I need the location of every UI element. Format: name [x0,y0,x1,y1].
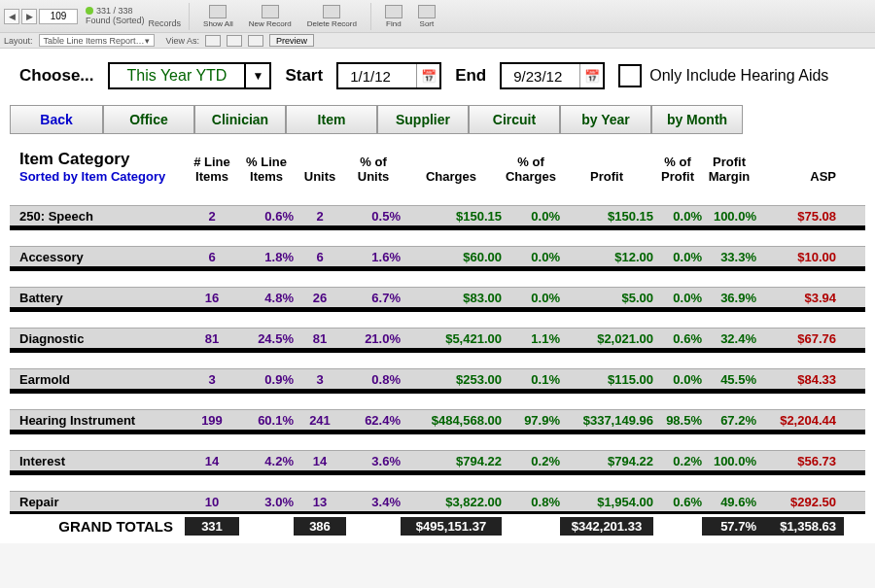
only-hearing-aids-checkbox[interactable]: Only Include Hearing Aids [618,64,828,87]
view-list-button[interactable] [227,35,242,47]
checkbox-icon[interactable] [618,64,642,87]
cell-category: Diagnostic [14,331,185,346]
tab-supplier[interactable]: Supplier [377,105,469,134]
cell-line-items: 81 [185,331,239,346]
cell-charges: $5,421.00 [401,331,502,346]
cell-category: Interest [14,454,185,468]
new-record-label: New Record [249,19,292,28]
cell-pct-charges: 1.1% [502,331,560,346]
table-row: Interest144.2%143.6%$794.220.2%$794.220.… [10,450,865,473]
cell-units: 3 [294,372,346,387]
hdr-title: Item Category [19,150,185,169]
tab-circuit[interactable]: Circuit [469,105,560,134]
end-date-input[interactable]: 9/23/12 📅 [500,62,605,89]
layout-value: Table Line Items Report… [44,36,145,46]
layout-dropdown[interactable]: Table Line Items Report… ▾ [39,34,155,47]
record-number-input[interactable] [39,9,78,24]
prev-record-button[interactable]: ◀ [4,9,19,24]
grand-charges: $495,151.37 [401,517,502,536]
table-row: Repair103.0%133.4%$3,822.000.8%$1,954.00… [10,491,865,514]
cell-profit: $1,954.00 [560,495,653,509]
filter-row: Choose... This Year YTD ▼ Start 1/1/12 📅… [10,56,865,101]
cell-profit: $12.00 [560,250,653,264]
cell-line-items: 16 [185,291,239,305]
tab-office[interactable]: Office [103,105,194,134]
toolbar-separator [189,3,190,30]
hdr-profit: Profit [560,169,653,184]
calendar-icon[interactable]: 📅 [416,64,439,87]
cell-pct-profit: 0.0% [653,291,702,305]
cell-pct-profit: 0.0% [653,250,702,264]
cell-category: Repair [14,495,185,509]
cell-pct-units: 6.7% [346,291,401,305]
cell-profit: $150.15 [560,209,653,224]
layout-bar: Layout: Table Line Items Report… ▾ View … [0,33,875,49]
sort-icon [418,5,436,18]
cell-profit: $337,149.96 [560,413,653,428]
cell-category: Hearing Instrument [14,413,185,428]
show-all-button[interactable]: Show All [197,3,239,30]
cell-units: 6 [294,250,346,264]
cell-line-items: 2 [185,209,239,224]
cell-asp: $56.73 [756,454,844,468]
calendar-icon[interactable]: 📅 [579,64,603,87]
cell-profit: $2,021.00 [560,331,653,346]
view-form-button[interactable] [205,35,221,47]
cell-profit-margin: 100.0% [702,454,756,468]
preview-button[interactable]: Preview [269,34,314,47]
next-record-button[interactable]: ▶ [21,9,37,24]
delete-record-icon [323,5,340,18]
table-row: Diagnostic8124.5%8121.0%$5,421.001.1%$2,… [10,328,865,351]
end-date-value: 9/23/12 [502,68,579,85]
cell-pct-profit: 0.0% [653,209,702,224]
cell-charges: $3,822.00 [401,495,502,509]
cell-line-items: 14 [185,454,239,468]
end-label: End [455,66,486,86]
column-headers: Item Category Sorted by Item Category # … [10,150,865,188]
cell-pct-charges: 0.8% [502,495,560,509]
cell-pct-profit: 98.5% [653,413,702,428]
cell-charges: $253.00 [401,372,502,387]
cell-pct-units: 0.5% [346,209,401,224]
cell-pct-units: 21.0% [346,331,401,346]
app-toolbar: ◀ ▶ 331 / 338 Found (Sorted) Records Sho… [0,0,875,33]
cell-pct-profit: 0.2% [653,454,702,468]
table-row: 250: Speech20.6%20.5%$150.150.0%$150.150… [10,205,865,228]
new-record-icon [262,5,279,18]
tab-clinician[interactable]: Clinician [194,105,286,134]
cell-pct-line-items: 4.2% [239,454,294,468]
cell-pct-line-items: 0.6% [239,209,294,224]
delete-record-button[interactable]: Delete Record [301,3,363,30]
hdr-sorted-by[interactable]: Sorted by Item Category [19,169,185,184]
start-date-input[interactable]: 1/1/12 📅 [336,62,441,89]
cell-line-items: 199 [185,413,239,428]
sort-button[interactable]: Sort [412,3,441,30]
find-button[interactable]: Find [379,3,408,30]
grand-units: 386 [294,517,346,536]
show-all-icon [209,5,227,18]
grand-line-items: 331 [185,517,239,536]
view-table-button[interactable] [248,35,263,47]
tab-back[interactable]: Back [10,105,103,134]
cell-pct-units: 62.4% [346,413,401,428]
show-all-label: Show All [203,19,233,28]
cell-pct-line-items: 24.5% [239,331,294,346]
cell-pct-units: 1.6% [346,250,401,264]
period-select[interactable]: This Year YTD ▼ [108,62,272,89]
new-record-button[interactable]: New Record [243,3,298,30]
find-label: Find [386,19,402,28]
tab-item[interactable]: Item [286,105,377,134]
tab-by-year[interactable]: by Year [560,105,651,134]
find-icon [385,5,402,18]
hdr-pct-line-items: % Line Items [239,155,294,184]
cell-profit-margin: 32.4% [702,331,756,346]
start-date-value: 1/1/12 [338,68,416,85]
record-navigator: ◀ ▶ [4,9,78,24]
cell-units: 241 [294,413,346,428]
hdr-profit-margin: Profit Margin [702,155,756,184]
cell-profit-margin: 67.2% [702,413,756,428]
cell-line-items: 6 [185,250,239,264]
cell-pct-profit: 0.0% [653,372,702,387]
cell-units: 26 [294,291,346,305]
tab-by-month[interactable]: by Month [651,105,743,134]
